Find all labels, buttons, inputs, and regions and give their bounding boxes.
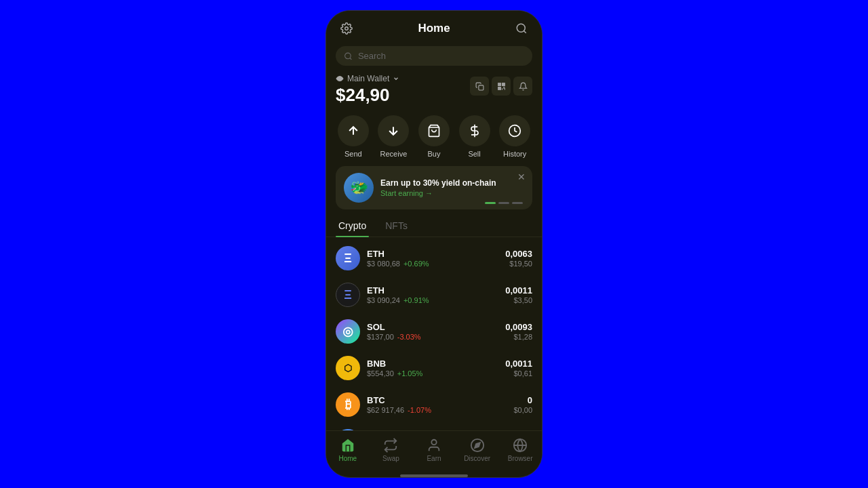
list-item[interactable]: ₿ BTC $62 917,46 -1.07% 0 $0,00 (326, 386, 542, 423)
buy-circle (418, 115, 450, 146)
svg-line-4 (350, 58, 351, 59)
nav-earn-label: Earn (427, 455, 441, 462)
actions-row: Send Receive Buy (326, 110, 542, 161)
eth-value-1: 0,0063 $19,50 (505, 249, 532, 268)
eye-icon (336, 75, 344, 83)
scan-button[interactable] (512, 19, 531, 38)
sol-value: 0,0093 $1,28 (505, 322, 532, 341)
asset-tabs: Crypto NFTs (326, 215, 542, 237)
btc-info: BTC $62 917,46 -1.07% (367, 395, 507, 414)
svg-marker-25 (475, 443, 480, 448)
earn-icon (427, 438, 441, 453)
sell-circle (459, 115, 490, 146)
sol-logo: ◎ (336, 319, 360, 344)
page-title: Home (418, 22, 450, 35)
send-circle (338, 115, 369, 146)
eth-logo-2: Ξ (336, 283, 360, 307)
nav-home-label: Home (338, 455, 357, 462)
nav-discover-label: Discover (464, 455, 490, 462)
bnb-info: BNB $554,30 +1.05% (367, 359, 498, 378)
notifications-button[interactable] (513, 77, 532, 96)
nav-earn[interactable]: Earn (412, 435, 456, 465)
buy-label: Buy (428, 150, 441, 158)
list-item[interactable]: Ξ ETH $3 090,24 +0.91% 0,0011 $3,50 (326, 277, 542, 313)
send-label: Send (344, 150, 362, 158)
svg-point-1 (517, 24, 525, 32)
chevron-down-icon (393, 75, 399, 82)
copy-address-button[interactable] (470, 77, 489, 96)
nav-browser[interactable]: Browser (498, 435, 542, 465)
svg-point-23 (431, 440, 436, 445)
wallet-action-icons (470, 77, 532, 96)
promo-link[interactable]: Start earning → (380, 189, 496, 197)
wallet-balance: $24,90 (336, 85, 399, 106)
list-item[interactable]: T TWT BNB Smart Chain 0 (326, 423, 542, 430)
svg-line-2 (524, 30, 526, 33)
eth-logo-1: Ξ (336, 246, 360, 270)
swap-icon (383, 438, 398, 453)
promo-card[interactable]: 🐲 Earn up to 30% yield on-chain Start ea… (336, 166, 532, 209)
discover-icon (470, 438, 485, 453)
wallet-label: Main Wallet (336, 74, 399, 83)
sell-action[interactable]: Sell (459, 115, 490, 158)
bnb-logo: ⬡ (336, 356, 360, 380)
promo-title: Earn up to 30% yield on-chain (380, 178, 496, 188)
nav-home[interactable]: Home (326, 435, 370, 465)
promo-mascot: 🐲 (344, 173, 374, 203)
receive-circle (378, 115, 409, 146)
svg-point-0 (345, 27, 349, 30)
svg-rect-6 (478, 85, 483, 89)
list-item[interactable]: Ξ ETH $3 080,68 +0.69% 0,0063 $19,50 (326, 240, 542, 277)
home-icon (340, 438, 355, 453)
buy-action[interactable]: Buy (418, 115, 450, 158)
tab-crypto[interactable]: Crypto (336, 215, 369, 237)
list-item[interactable]: ⬡ BNB $554,30 +1.05% 0,0011 $0,61 (326, 350, 542, 386)
qr-code-button[interactable] (492, 77, 511, 96)
nav-swap-label: Swap (382, 455, 399, 462)
eth-value-2: 0,0011 $3,50 (505, 285, 532, 304)
promo-close-button[interactable]: ✕ (517, 171, 526, 182)
nav-browser-label: Browser (508, 455, 533, 462)
nav-discover[interactable]: Discover (456, 435, 499, 465)
receive-action[interactable]: Receive (378, 115, 409, 158)
browser-icon (513, 438, 528, 453)
btc-logo: ₿ (336, 392, 360, 417)
promo-text: Earn up to 30% yield on-chain Start earn… (380, 178, 496, 197)
receive-label: Receive (380, 150, 408, 158)
nav-swap[interactable]: Swap (370, 435, 413, 465)
promo-dot-1 (485, 202, 496, 204)
promo-dot-2 (498, 202, 509, 204)
search-icon (344, 52, 353, 61)
svg-rect-12 (498, 87, 500, 89)
send-action[interactable]: Send (338, 115, 369, 158)
phone-container: Home Main Wallet $24,90 (326, 10, 542, 478)
home-indicator (400, 474, 468, 477)
settings-button[interactable] (337, 19, 356, 38)
history-label: History (503, 150, 526, 158)
crypto-list: Ξ ETH $3 080,68 +0.69% 0,0063 $19,50 Ξ E… (326, 237, 542, 430)
sol-info: SOL $137,00 -3.03% (367, 322, 498, 341)
svg-rect-10 (498, 83, 500, 85)
bnb-value: 0,0011 $0,61 (505, 359, 532, 378)
history-circle (499, 115, 530, 146)
tab-nfts[interactable]: NFTs (382, 215, 410, 237)
search-input[interactable] (358, 51, 524, 61)
wallet-section: Main Wallet $24,90 (326, 71, 542, 110)
search-bar (336, 46, 532, 66)
btc-value: 0 $0,00 (513, 395, 532, 414)
list-item[interactable]: ◎ SOL $137,00 -3.03% 0,0093 $1,28 (326, 313, 542, 350)
promo-dot-3 (512, 202, 523, 204)
bottom-nav: Home Swap Earn Discover Br (326, 430, 542, 474)
history-action[interactable]: History (499, 115, 530, 158)
svg-point-3 (345, 53, 351, 59)
header: Home (326, 11, 542, 43)
eth-info-1: ETH $3 080,68 +0.69% (367, 249, 498, 268)
svg-point-5 (339, 78, 341, 80)
sell-label: Sell (468, 150, 480, 158)
eth-info-2: ETH $3 090,24 +0.91% (367, 285, 498, 304)
svg-rect-11 (502, 83, 504, 85)
